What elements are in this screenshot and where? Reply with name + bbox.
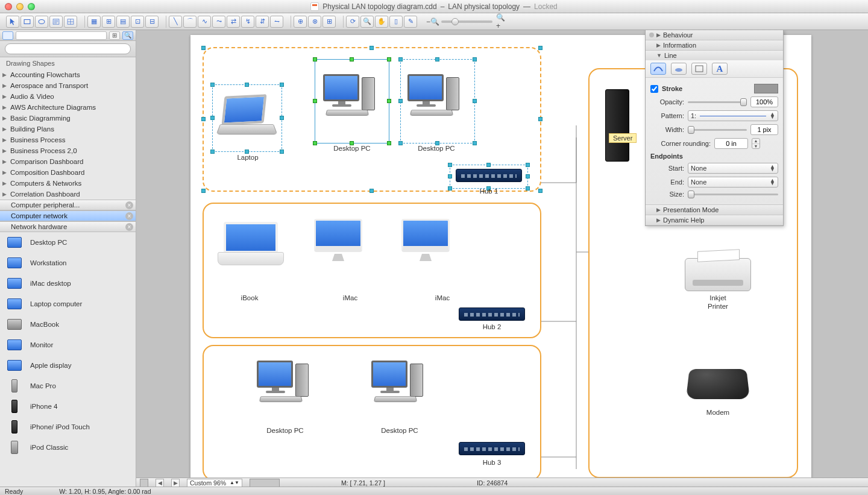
end-select[interactable]: None▲▼ bbox=[688, 177, 778, 188]
line-tool[interactable]: ╲ bbox=[169, 16, 182, 28]
smart-tool-1[interactable]: ↯ bbox=[241, 16, 254, 28]
inspector-section-behaviour[interactable]: ▶Behaviour bbox=[646, 30, 783, 40]
hscroll-left[interactable] bbox=[140, 479, 148, 487]
shape-ipod-classic[interactable]: iPod Classic bbox=[0, 437, 136, 458]
spline-tool[interactable]: ∿ bbox=[198, 16, 211, 28]
corner-stepper[interactable]: ▲▼ bbox=[752, 138, 760, 149]
shape-desktop-pc[interactable]: Desktop PC bbox=[0, 232, 136, 253]
shape-imac[interactable]: iMac desktop bbox=[0, 273, 136, 294]
shape-mac-pro[interactable]: Mac Pro bbox=[0, 376, 136, 396]
node-desktop-pc-1[interactable] bbox=[323, 74, 377, 119]
close-icon[interactable]: × bbox=[125, 223, 133, 231]
glue-tool[interactable]: ⊗ bbox=[308, 16, 321, 28]
section-network-hardware[interactable]: Network hardware× bbox=[0, 221, 136, 232]
container-tool[interactable]: ▤ bbox=[116, 16, 130, 28]
zoom-in-icon[interactable]: 🔍+ bbox=[496, 17, 506, 27]
node-server[interactable] bbox=[605, 89, 629, 162]
inspector-section-line[interactable]: ▼Line bbox=[646, 51, 783, 60]
connect-tool[interactable]: ⇄ bbox=[227, 16, 240, 28]
section-computer-network[interactable]: Computer network× bbox=[0, 210, 136, 221]
opacity-slider[interactable] bbox=[688, 101, 747, 103]
zoom-select[interactable]: Custom 96%▲▼ bbox=[187, 479, 242, 487]
smart-tool-3[interactable]: ⥊ bbox=[270, 16, 283, 28]
inspector-section-presentation[interactable]: ▶Presentation Mode bbox=[646, 205, 783, 215]
tree-item[interactable]: ▶Aerospace and Transport bbox=[0, 80, 136, 91]
grid-tool[interactable]: ⊞ bbox=[322, 16, 336, 28]
width-slider[interactable] bbox=[688, 129, 747, 131]
node-desktop-pc-4[interactable] bbox=[371, 361, 426, 406]
tree-item[interactable]: ▶Business Process 2,0 bbox=[0, 145, 136, 156]
ellipse-tool[interactable] bbox=[35, 16, 48, 28]
inspector-section-information[interactable]: ▶Information bbox=[646, 40, 783, 50]
tree-item[interactable]: ▶Audio & Video bbox=[0, 91, 136, 102]
canvas-area[interactable]: Laptop Desktop PC Desktop PC bbox=[136, 30, 868, 487]
line-tab-shadow[interactable] bbox=[671, 63, 687, 75]
align-tool[interactable]: ⊡ bbox=[131, 16, 144, 28]
node-hub-1[interactable] bbox=[456, 169, 522, 182]
node-laptop[interactable] bbox=[218, 95, 275, 137]
width-value[interactable] bbox=[750, 124, 778, 135]
node-hub-2[interactable] bbox=[459, 307, 525, 321]
pointer-tool[interactable] bbox=[6, 16, 19, 28]
pattern-select[interactable]: 1:▲▼ bbox=[688, 110, 778, 121]
search-toggle-button[interactable]: 🔍 bbox=[122, 31, 133, 40]
section-computer-peripheral[interactable]: Computer peripheral...× bbox=[0, 200, 136, 210]
node-modem[interactable] bbox=[686, 369, 750, 399]
library-tab-icon[interactable] bbox=[2, 31, 13, 40]
library-tree[interactable]: ▶Accounting Flowcharts ▶Aerospace and Tr… bbox=[0, 69, 136, 200]
pencil-tool[interactable]: ✎ bbox=[404, 16, 417, 28]
minimize-window-button[interactable] bbox=[16, 3, 24, 10]
line-tab-stroke[interactable] bbox=[650, 63, 666, 75]
table-tool[interactable] bbox=[64, 16, 77, 28]
shape-ipod-touch[interactable]: iPhone/ iPod Touch bbox=[0, 417, 136, 437]
stroke-checkbox[interactable] bbox=[650, 85, 658, 93]
tree-item[interactable]: ▶Building Plans bbox=[0, 124, 136, 134]
close-icon[interactable]: × bbox=[125, 201, 133, 209]
shape-laptop[interactable]: Laptop computer bbox=[0, 294, 136, 314]
bezier-tool[interactable]: ⤳ bbox=[212, 16, 225, 28]
opacity-value[interactable] bbox=[750, 96, 778, 107]
arc-tool[interactable]: ⌒ bbox=[183, 16, 197, 28]
tree-item[interactable]: ▶Comparison Dashboard bbox=[0, 156, 136, 167]
inspector-panel[interactable]: ▶Behaviour ▶Information ▼Line A Stroke bbox=[645, 30, 784, 226]
tree-item[interactable]: ▶Basic Diagramming bbox=[0, 113, 136, 124]
close-window-button[interactable] bbox=[5, 3, 12, 10]
node-ibook[interactable] bbox=[218, 222, 284, 267]
distribute-tool[interactable]: ⊟ bbox=[145, 16, 159, 28]
node-desktop-pc-3[interactable] bbox=[257, 361, 311, 406]
node-desktop-pc-2[interactable] bbox=[407, 74, 462, 119]
shape-iphone4[interactable]: iPhone 4 bbox=[0, 396, 136, 417]
hscroll-track[interactable] bbox=[250, 479, 280, 487]
guides-tool[interactable]: ▯ bbox=[389, 16, 403, 28]
line-tab-fill[interactable] bbox=[691, 63, 707, 75]
shape-macbook[interactable]: MacBook bbox=[0, 314, 136, 335]
library-search-input[interactable] bbox=[5, 43, 131, 54]
grid-view-button[interactable]: ⊞ bbox=[109, 31, 120, 40]
snap-tool[interactable]: ⊕ bbox=[294, 16, 307, 28]
tree-item[interactable]: ▶Accounting Flowcharts bbox=[0, 69, 136, 80]
group-tool[interactable]: ▦ bbox=[87, 16, 101, 28]
node-imac-2[interactable] bbox=[401, 219, 450, 264]
zoom-window-button[interactable] bbox=[28, 3, 35, 10]
shape-workstation[interactable]: Workstation bbox=[0, 253, 136, 273]
page-next-button[interactable]: ▶ bbox=[171, 479, 180, 487]
text-tool[interactable] bbox=[49, 16, 63, 28]
line-tab-text[interactable]: A bbox=[712, 63, 728, 75]
refresh-tool[interactable]: ⟳ bbox=[346, 16, 359, 28]
tree-item[interactable]: ▶AWS Architecture Diagrams bbox=[0, 102, 136, 113]
pan-tool[interactable]: ✋ bbox=[375, 16, 388, 28]
page-prev-button[interactable]: ◀ bbox=[156, 479, 164, 487]
tree-item[interactable]: ▶Business Process bbox=[0, 134, 136, 145]
rect-tool[interactable] bbox=[20, 16, 34, 28]
smart-tool-2[interactable]: ⇵ bbox=[256, 16, 269, 28]
shape-apple-display[interactable]: Apple display bbox=[0, 355, 136, 376]
corner-value[interactable] bbox=[714, 138, 748, 149]
stroke-color-swatch[interactable] bbox=[754, 84, 778, 93]
shape-list[interactable]: Desktop PC Workstation iMac desktop Lapt… bbox=[0, 232, 136, 487]
tree-tool[interactable]: ⊞ bbox=[102, 16, 115, 28]
zoom-tool[interactable]: 🔍 bbox=[360, 16, 374, 28]
zoom-slider[interactable]: −🔍 🔍+ bbox=[428, 17, 506, 27]
node-imac-1[interactable] bbox=[314, 219, 362, 264]
node-inkjet-printer[interactable] bbox=[685, 258, 751, 291]
start-select[interactable]: None▲▼ bbox=[688, 163, 778, 174]
